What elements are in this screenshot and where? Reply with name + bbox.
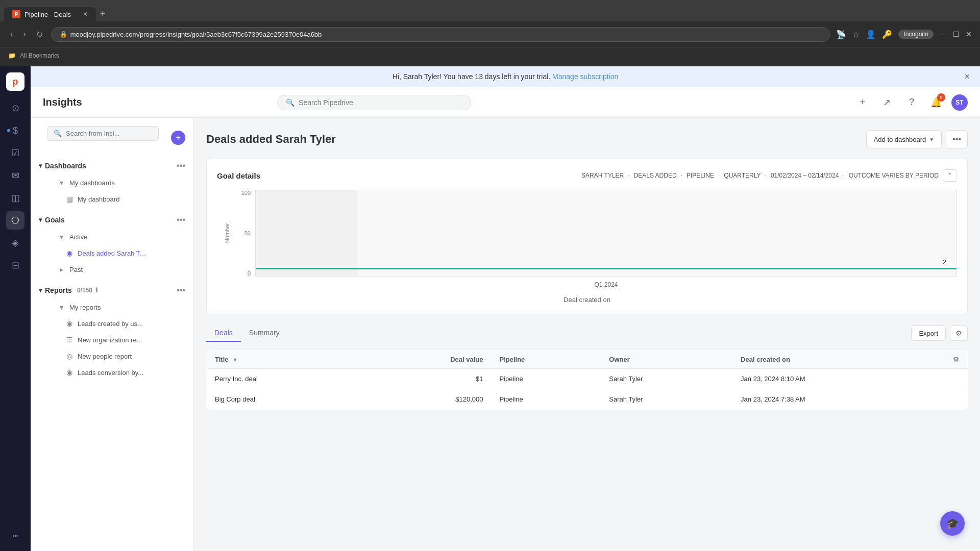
window-close-button[interactable]: ✕ [966, 30, 972, 38]
meta-type: DEALS ADDED [634, 172, 677, 179]
page-more-button[interactable]: ••• [946, 130, 968, 148]
sidebar-item-leads-conversion[interactable]: ◉ Leads conversion by... [43, 364, 189, 381]
banner-text: Hi, Sarah Tyler! You have 13 days left i… [393, 72, 550, 81]
table-header-row: Title ▼ Deal value Pipeline Owner [207, 350, 968, 369]
sort-icon[interactable]: ▼ [232, 357, 238, 363]
reports-section-header[interactable]: ▾ Reports 0/150 ℹ ••• [31, 282, 193, 299]
banner-close-button[interactable]: × [964, 71, 970, 82]
goal-card: Goal details SARAH TYLER · DEALS ADDED ·… [206, 159, 968, 314]
dashboards-subsection: ▾ My dashboards ▦ My dashboard [31, 174, 193, 207]
export-button[interactable]: Export [911, 325, 946, 341]
icon-rail: p ⊙ $ ☑ ✉ ◫ ⎔ ◈ ⊟ ••• [0, 66, 31, 551]
app-header: Insights 🔍 + ↗ ? 🔔 9 ST [31, 87, 980, 118]
reports-info-icon[interactable]: ℹ [95, 287, 98, 294]
more-icon[interactable]: ••• [6, 527, 24, 545]
search-input[interactable] [299, 98, 462, 107]
dashboards-section-header[interactable]: ▾ Dashboards ••• [31, 157, 193, 174]
table-gear-icon[interactable]: ⚙ [953, 356, 959, 363]
meta-dot-3: · [718, 172, 720, 179]
share-icon[interactable]: ↗ [878, 93, 896, 112]
leads-created-label: Leads created by us... [78, 320, 143, 328]
insights-icon[interactable]: ⎔ [6, 211, 24, 230]
sidebar-search-bar[interactable]: 🔍 [47, 126, 159, 141]
page-header: Deals added Sarah Tyler Add to dashboard… [206, 130, 968, 148]
help-button[interactable]: ? [902, 93, 921, 112]
active-tab[interactable]: P Pipeline - Deals ✕ [4, 7, 96, 21]
sidebar-search-input[interactable] [66, 130, 152, 137]
sidebar-item-deals-added[interactable]: ◉ Deals added Sarah T... [43, 245, 189, 261]
meta-outcome: OUTCOME VARIES BY PERIOD [849, 172, 939, 179]
manage-subscription-link[interactable]: Manage subscription [552, 72, 618, 81]
bookmarks-label[interactable]: All Bookmarks [20, 52, 59, 59]
home-icon[interactable]: ⊙ [6, 99, 24, 117]
meta-dot-2: · [681, 172, 682, 179]
minimize-button[interactable]: — [940, 30, 947, 38]
sidebar-item-active[interactable]: ▾ Active [43, 229, 189, 245]
new-tab-button[interactable]: + [96, 7, 110, 21]
notification-button[interactable]: 🔔 9 [927, 93, 945, 112]
past-collapse-icon: ▸ [57, 265, 65, 273]
my-reports-label: My reports [69, 304, 101, 311]
mail-icon[interactable]: ✉ [6, 166, 24, 185]
sidebar-item-new-people-report[interactable]: ◎ New people report [43, 348, 189, 364]
tab-close-button[interactable]: ✕ [83, 11, 88, 18]
profile-icon[interactable]: 👤 [866, 30, 876, 39]
goal-card-header: Goal details SARAH TYLER · DEALS ADDED ·… [217, 169, 957, 182]
past-label: Past [69, 266, 83, 273]
reports-section: ▾ Reports 0/150 ℹ ••• ▾ My reports ◉ [31, 282, 193, 381]
forward-button[interactable]: › [21, 28, 28, 41]
leads-conversion-icon: ◉ [65, 368, 74, 377]
y-label-0: 0 [248, 270, 251, 277]
goals-more-button[interactable]: ••• [177, 215, 185, 224]
sidebar-item-past[interactable]: ▸ Past [43, 261, 189, 278]
meta-dot-4: · [765, 172, 767, 179]
marketplace-icon[interactable]: ◈ [6, 234, 24, 252]
star-icon[interactable]: ☆ [852, 30, 860, 39]
goal-details-title: Goal details [217, 171, 260, 180]
maximize-button[interactable]: ☐ [953, 30, 960, 38]
active-collapse-icon: ▾ [57, 233, 65, 241]
deals-icon[interactable]: $ [6, 121, 24, 140]
goals-label: Goals [45, 216, 65, 224]
cell-owner-1: Sarah Tyler [601, 369, 732, 389]
url-bar[interactable]: 🔒 moodjoy.pipedrive.com/progress/insight… [51, 27, 830, 42]
add-to-dashboard-button[interactable]: Add to dashboard ▼ [866, 130, 942, 148]
calendar-icon[interactable]: ◫ [6, 189, 24, 207]
back-button[interactable]: ‹ [8, 28, 15, 41]
col-title: Title ▼ [207, 350, 362, 369]
app-logo: p [6, 72, 24, 91]
active-label: Active [69, 233, 87, 241]
col-title-label: Title [215, 356, 229, 363]
floating-help-button[interactable]: 🎓 [940, 511, 965, 536]
dashboards-more-button[interactable]: ••• [177, 161, 185, 170]
goals-section-header[interactable]: ▾ Goals ••• [31, 211, 193, 229]
sidebar-item-my-dashboards[interactable]: ▾ My dashboards [43, 174, 189, 191]
table-settings-button[interactable]: ⚙ [950, 325, 968, 341]
meta-pipeline: PIPELINE [687, 172, 714, 179]
sidebar-item-my-reports[interactable]: ▾ My reports [43, 299, 189, 315]
table-row: Perry Inc. deal $1 Pipeline Sarah Tyler … [207, 369, 968, 389]
dashboards-label: Dashboards [45, 162, 86, 170]
bookmarks-folder-icon: 📁 [8, 52, 16, 59]
sidebar-add-button[interactable]: + [171, 131, 185, 145]
col-created-on-label: Deal created on [741, 356, 790, 363]
pipedrive-icon[interactable]: 🔑 [882, 30, 892, 39]
search-bar[interactable]: 🔍 [277, 95, 471, 110]
sidebar-item-new-org-report[interactable]: ☰ New organization re... [43, 332, 189, 348]
add-button[interactable]: + [853, 93, 872, 112]
avatar[interactable]: ST [951, 94, 968, 111]
my-dashboard-label: My dashboard [78, 195, 119, 203]
col-settings[interactable]: ⚙ [945, 350, 968, 369]
goal-collapse-button[interactable]: ⌃ [943, 169, 957, 182]
activities-icon[interactable]: ☑ [6, 144, 24, 162]
cast-icon[interactable]: 📡 [836, 30, 846, 39]
meta-dot-5: · [843, 172, 844, 179]
sidebar-item-leads-created[interactable]: ◉ Leads created by us... [43, 315, 189, 332]
sidebar-item-my-dashboard[interactable]: ▦ My dashboard [43, 191, 189, 207]
refresh-button[interactable]: ↻ [34, 28, 45, 41]
contacts-icon[interactable]: ⊟ [6, 256, 24, 274]
tab-deals[interactable]: Deals [206, 324, 241, 342]
tab-summary[interactable]: Summary [241, 324, 288, 342]
reports-more-button[interactable]: ••• [177, 286, 185, 295]
leads-created-icon: ◉ [65, 319, 74, 328]
